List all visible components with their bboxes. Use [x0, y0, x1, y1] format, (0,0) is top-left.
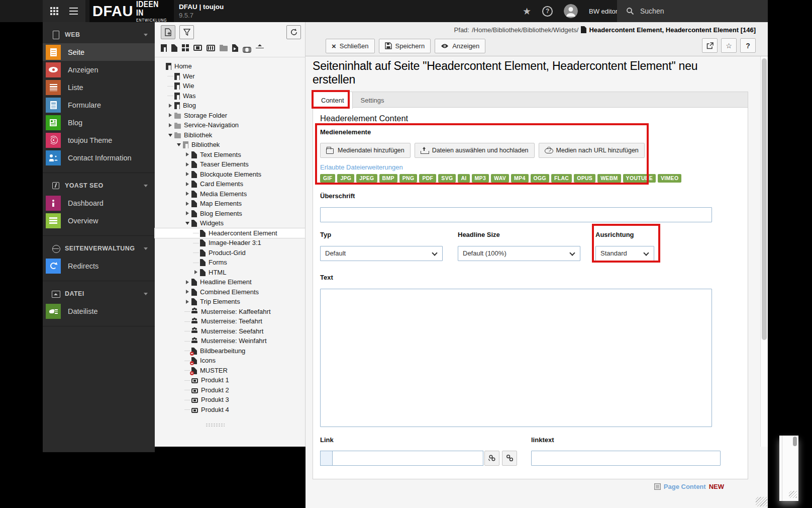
sidebar-section-datei[interactable]: DATEI	[43, 285, 155, 302]
tree-item-muster[interactable]: MUSTER	[155, 366, 305, 376]
sidebar-item-seite[interactable]: Seite	[43, 43, 155, 61]
add-media-by-url-button[interactable]: Medien nach URL hinzufügen	[539, 143, 645, 158]
page-drag-icon[interactable]	[161, 44, 167, 52]
view-button[interactable]: Anzeigen	[435, 39, 485, 53]
add-media-file-button[interactable]: Mediendatei hinzufügen	[320, 143, 411, 158]
avatar[interactable]	[564, 4, 578, 18]
tab-content[interactable]: Content	[313, 92, 353, 109]
docheader-help-button[interactable]: ?	[740, 38, 756, 53]
tree-toggle-icon[interactable]	[184, 159, 191, 170]
tree-item-was[interactable]: Was	[155, 91, 305, 101]
tree-toggle-icon[interactable]	[184, 209, 191, 219]
window-resize-handle-icon[interactable]	[756, 497, 767, 506]
typ-select[interactable]: Default	[320, 246, 443, 261]
tree-item-storage-folder[interactable]: Storage Folder	[155, 111, 305, 121]
tree-item-produkt-2[interactable]: Produkt 2	[155, 385, 305, 395]
sidebar-section-web[interactable]: WEB	[43, 26, 155, 43]
tree-item-musterreise-kaffeefahrt[interactable]: Musterreise: Kaffeefahrt	[155, 307, 305, 317]
tree-item-map-elements[interactable]: Map Elements	[155, 199, 305, 209]
tree-toggle-icon[interactable]	[184, 189, 191, 199]
tree-item-home[interactable]: Home	[155, 61, 305, 71]
link-drag-icon[interactable]	[243, 47, 251, 51]
tree-item-image-header-3-1[interactable]: Image-Header 3:1	[155, 238, 305, 248]
link-input[interactable]	[332, 451, 483, 466]
tree-toggle-icon[interactable]	[184, 170, 191, 180]
sidebar-item-dateiliste[interactable]: Dateiliste	[43, 302, 155, 320]
sidebar-item-redirects[interactable]: Redirects	[43, 257, 155, 275]
tree-toggle-icon[interactable]	[193, 268, 200, 278]
help-icon[interactable]: ?	[542, 6, 553, 17]
tree-item-bibliothek[interactable]: Bibliothek	[155, 130, 305, 140]
refresh-button[interactable]	[286, 25, 301, 39]
tree-item-blockquote-elements[interactable]: Blockquote Elements	[155, 170, 305, 180]
tree-toggle-icon[interactable]	[184, 179, 191, 189]
tree-item-combined-elements[interactable]: Combined Elements	[155, 287, 305, 297]
tree-toggle-icon[interactable]	[184, 199, 191, 209]
sidebar-section-yoast-seo[interactable]: YOAST SEO	[43, 177, 155, 194]
link-wizard-button[interactable]	[484, 451, 499, 466]
tree-resize-grip[interactable]	[206, 423, 225, 427]
tree-item-blog-elements[interactable]: Blog Elements	[155, 209, 305, 219]
sidebar-item-overview[interactable]: Overview	[43, 212, 155, 229]
tree-item-text-elements[interactable]: Text Elements	[155, 150, 305, 160]
tree-item-media-elements[interactable]: Media Elements	[155, 189, 305, 199]
open-new-window-button[interactable]	[702, 38, 718, 53]
topbar-search[interactable]: Suchen	[617, 0, 768, 22]
folder-drag-icon[interactable]	[220, 46, 228, 51]
tree-item-icons[interactable]: Icons	[155, 356, 305, 366]
tree-toggle-icon[interactable]	[167, 111, 174, 121]
headline-size-select[interactable]: Default (100%)	[458, 246, 580, 261]
sidebar-item-toujou-theme[interactable]: toujou Theme	[43, 131, 155, 149]
tree-item-forms[interactable]: Forms	[155, 258, 305, 268]
tree-item-headline-element[interactable]: Headline Element	[155, 277, 305, 287]
tree-item-teaser-elements[interactable]: Teaser Elements	[155, 159, 305, 170]
tree-item-widgets[interactable]: Widgets	[155, 218, 305, 228]
ueberschrift-input[interactable]	[320, 207, 712, 222]
sidebar-item-anzeigen[interactable]: Anzeigen	[43, 61, 155, 78]
mini-resize-handle-icon[interactable]	[789, 491, 797, 498]
product-drag-icon[interactable]	[193, 45, 202, 51]
save-button[interactable]: Speichern	[379, 39, 431, 53]
mini-scrollbar-thumb[interactable]	[793, 437, 797, 446]
apps-grid-button[interactable]	[47, 0, 62, 22]
tree-item-card-elements[interactable]: Card Elements	[155, 179, 305, 189]
tree-toggle-icon[interactable]	[167, 130, 174, 140]
new-page-button[interactable]	[161, 25, 175, 39]
bookmark-star-icon[interactable]: ★	[523, 6, 531, 17]
tree-item-produkt-4[interactable]: Produkt 4	[155, 405, 305, 415]
grid-drag-icon[interactable]	[182, 44, 189, 51]
sidebar-item-contact-information[interactable]: Contact Information	[43, 149, 155, 166]
tree-item-wer[interactable]: Wer	[155, 71, 305, 81]
tree-toggle-icon[interactable]	[184, 297, 191, 307]
tree-item-musterreise-seefahrt[interactable]: Musterreise: Seefahrt	[155, 326, 305, 336]
tree-item-html[interactable]: HTML	[155, 268, 305, 278]
sidebar-section-seitenverwaltung[interactable]: SEITENVERWALTUNG	[43, 240, 155, 257]
content-scrollbar[interactable]	[760, 56, 768, 447]
shortcut-drag-icon[interactable]	[232, 44, 238, 52]
tree-item-trip-elements[interactable]: Trip Elements	[155, 297, 305, 307]
tree-item-produkt-1[interactable]: Produkt 1	[155, 375, 305, 385]
sidebar-item-blog[interactable]: Blog	[43, 114, 155, 131]
close-button[interactable]: × Schließen	[326, 39, 375, 53]
tree-toggle-icon[interactable]	[184, 150, 191, 160]
tree-item-produkt-3[interactable]: Produkt 3	[155, 395, 305, 405]
tree-item-wie[interactable]: Wie	[155, 81, 305, 91]
select-upload-files-button[interactable]: Dateien auswählen und hochladen	[415, 143, 535, 158]
product-grid-drag-icon[interactable]	[207, 45, 215, 51]
tree-item-bibliothek[interactable]: Bibliothek	[155, 140, 305, 150]
allowed-extensions-link[interactable]: Erlaubte Dateierweiterungen	[320, 163, 403, 171]
tree-item-product-grid[interactable]: Product-Grid	[155, 248, 305, 258]
doc-drag-icon[interactable]	[171, 44, 177, 52]
link-browser-button[interactable]	[502, 451, 517, 466]
text-textarea[interactable]	[320, 289, 712, 427]
tree-toggle-icon[interactable]	[167, 101, 174, 111]
tree-toggle-icon[interactable]	[184, 287, 191, 297]
dfau-logo[interactable]: DFAU IDEEN INENTWICKLUNG	[89, 0, 174, 22]
scrollbar-thumb[interactable]	[762, 58, 767, 340]
bookmark-button[interactable]: ☆	[721, 38, 737, 53]
sidebar-item-formulare[interactable]: Formulare	[43, 96, 155, 114]
username[interactable]: BW editor	[589, 8, 618, 15]
sidebar-item-dashboard[interactable]: Dashboard	[43, 194, 155, 212]
tree-toggle-icon[interactable]	[184, 218, 191, 228]
tab-settings[interactable]: Settings	[353, 92, 392, 108]
